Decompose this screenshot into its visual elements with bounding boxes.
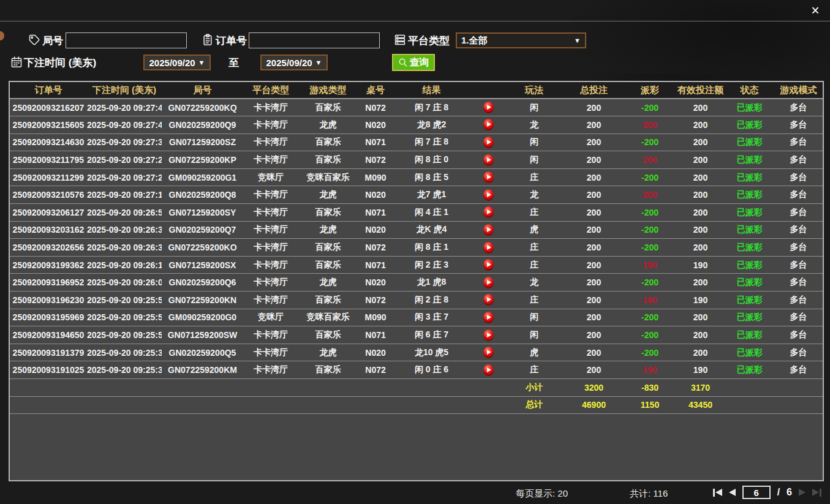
play-result-icon[interactable]: [483, 294, 494, 306]
play-result-icon[interactable]: [483, 189, 494, 201]
cell-mode: 多台: [772, 134, 824, 151]
subtotal-row-cell-bet-on: 小计: [507, 379, 562, 397]
cell-table-no: N072: [358, 361, 393, 379]
play-result-icon[interactable]: [483, 259, 494, 271]
cell-mode: 多台: [772, 168, 824, 186]
cell-order-no: 250920093214630: [10, 134, 87, 151]
cell-platform: 卡卡湾厅: [243, 239, 298, 257]
cell-play: [470, 168, 507, 186]
cell-platform: 竞咪厅: [243, 168, 298, 186]
cell-result: 闲 7 庄 8: [393, 99, 470, 116]
table-row[interactable]: 2509200931913792025-09-20 09:25:32GN0202…: [10, 344, 824, 361]
round-no-input[interactable]: [66, 32, 187, 48]
table-row[interactable]: 2509200931962302025-09-20 09:25:59GN0722…: [10, 291, 824, 309]
play-result-icon[interactable]: [483, 329, 494, 341]
cell-order-no: 250920093196230: [10, 291, 87, 309]
cell-payout: -200: [626, 221, 674, 239]
next-page-button[interactable]: [799, 489, 805, 496]
play-result-icon[interactable]: [483, 154, 494, 166]
platform-type-select[interactable]: 1.全部 ▼: [456, 32, 586, 48]
table-row[interactable]: 2509200931959692025-09-20 09:25:57GM0902…: [10, 309, 824, 326]
subtotal-row: 小计3200-8303170: [10, 379, 824, 397]
cell-payout: 190: [626, 291, 674, 309]
cell-status: 已派彩: [727, 168, 772, 186]
grand-total-row-cell-table-no: [358, 396, 393, 414]
cell-game-type: 百家乐: [298, 326, 358, 344]
cell-bet-time: 2025-09-20 09:25:59: [87, 291, 162, 309]
cell-order-no: 250920093202656: [10, 239, 87, 257]
cell-table-no: N020: [358, 274, 393, 291]
table-row[interactable]: 2509200932031622025-09-20 09:26:37GN0202…: [10, 221, 824, 239]
table-row[interactable]: 2509200932105762025-09-20 09:27:17GN0202…: [10, 186, 824, 204]
cell-play: [470, 326, 507, 344]
grand-total-row-cell-mode: [772, 396, 824, 414]
cell-result: 闲 8 庄 0: [393, 151, 470, 169]
cell-play: [470, 344, 507, 361]
last-page-button[interactable]: [812, 489, 821, 497]
cell-status: 已派彩: [727, 361, 772, 379]
table-row[interactable]: 2509200931946502025-09-20 09:25:51GN0712…: [10, 326, 824, 344]
table-row[interactable]: 2509200932146302025-09-20 09:27:39GN0712…: [10, 134, 824, 151]
cell-valid-bet: 200: [674, 151, 727, 169]
table-row[interactable]: 2509200931969522025-09-20 09:26:04GN0202…: [10, 274, 824, 291]
date-from-picker[interactable]: 2025/09/20 ▼: [143, 55, 211, 70]
cell-play: [470, 116, 507, 134]
platform-type-label: 平台类型: [408, 34, 450, 48]
play-result-icon[interactable]: [483, 224, 494, 236]
close-button[interactable]: ×: [807, 2, 823, 19]
table-header-cell: 桌号: [358, 82, 393, 99]
prev-page-button[interactable]: [729, 489, 736, 496]
cell-order-no: 250920093216207: [10, 99, 87, 116]
grand-total-row-cell-order-no: [10, 396, 87, 414]
cell-total-bet: 200: [562, 99, 626, 116]
table-row[interactable]: 2509200932156052025-09-20 09:27:43GN0202…: [10, 116, 824, 134]
date-from-value: 2025/09/20: [149, 58, 195, 68]
date-to-picker[interactable]: 2025/09/20 ▼: [260, 55, 328, 70]
table-row[interactable]: 2509200931993622025-09-20 09:26:18GN0712…: [10, 256, 824, 274]
play-result-icon[interactable]: [483, 242, 494, 254]
cell-valid-bet: 200: [674, 186, 727, 204]
cell-valid-bet: 190: [674, 256, 727, 274]
cell-mode: 多台: [772, 221, 824, 239]
table-row[interactable]: 2509200932117952025-09-20 09:27:23GN0722…: [10, 151, 824, 169]
play-result-icon[interactable]: [483, 137, 494, 148]
cell-total-bet: 200: [562, 361, 626, 379]
cell-valid-bet: 200: [674, 239, 727, 257]
play-result-icon[interactable]: [483, 119, 494, 130]
order-no-input[interactable]: [249, 32, 380, 48]
table-row[interactable]: 2509200932026562025-09-20 09:26:34GN0722…: [10, 239, 824, 257]
play-result-icon[interactable]: [483, 347, 494, 358]
table-row[interactable]: 2509200932061272025-09-20 09:26:53GN0712…: [10, 204, 824, 222]
subtotal-row-cell-game-type: [298, 379, 358, 397]
play-result-icon[interactable]: [483, 277, 494, 288]
cell-valid-bet: 190: [674, 361, 727, 379]
play-result-icon[interactable]: [483, 206, 494, 218]
cell-status: 已派彩: [727, 99, 772, 116]
cell-total-bet: 200: [562, 151, 626, 169]
play-result-icon[interactable]: [483, 171, 494, 183]
cell-bet-time: 2025-09-20 09:26:04: [87, 274, 162, 291]
table-row[interactable]: 2509200931910252025-09-20 09:25:30GN0722…: [10, 361, 824, 379]
cell-mode: 多台: [772, 99, 824, 116]
cell-result: 龙1 虎8: [393, 274, 470, 291]
page-number-input[interactable]: [742, 486, 771, 499]
table-row[interactable]: 2509200932162072025-09-20 09:27:46GN0722…: [10, 99, 824, 116]
cell-platform: 卡卡湾厅: [243, 151, 298, 169]
play-result-icon[interactable]: [483, 364, 494, 376]
cell-round-no: GN020259200Q8: [162, 186, 243, 204]
play-result-icon[interactable]: [483, 312, 494, 323]
cell-mode: 多台: [772, 116, 824, 134]
grand-total-row-cell-bet-on: 总计: [507, 396, 562, 414]
first-page-button[interactable]: [713, 489, 722, 497]
search-button[interactable]: 查询: [392, 54, 435, 71]
cell-play: [470, 309, 507, 326]
cell-play: [470, 274, 507, 291]
cell-result: 闲 8 庄 1: [393, 239, 470, 257]
subtotal-row-cell-mode: [772, 379, 824, 397]
cell-mode: 多台: [772, 361, 824, 379]
table-row[interactable]: 2509200932112992025-09-20 09:27:20GM0902…: [10, 168, 824, 186]
play-result-icon[interactable]: [483, 102, 494, 113]
cell-bet-time: 2025-09-20 09:27:23: [87, 151, 162, 169]
clipboard-icon: [202, 34, 214, 46]
cell-total-bet: 200: [562, 134, 626, 151]
